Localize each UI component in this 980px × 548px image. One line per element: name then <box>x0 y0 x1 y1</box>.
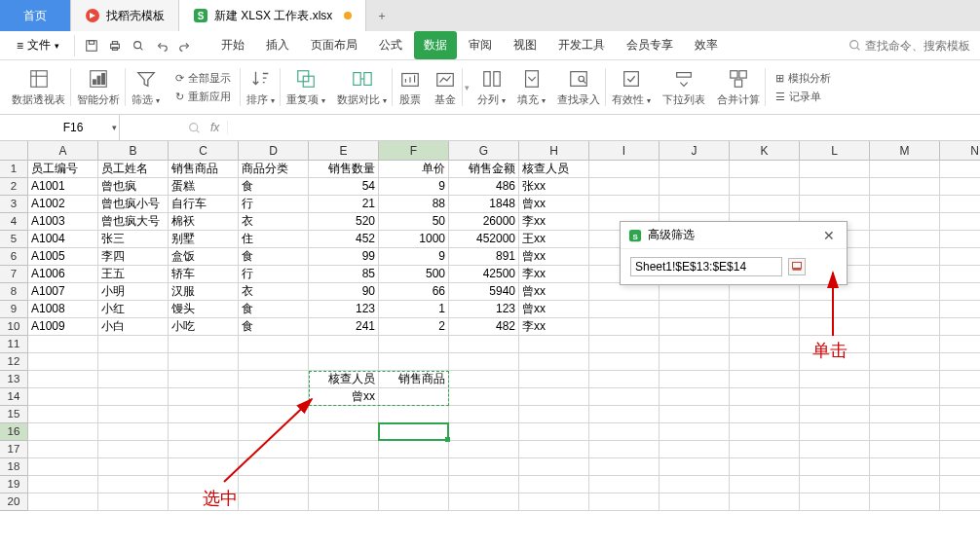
cell[interactable]: A1003 <box>28 213 98 231</box>
cell[interactable]: 馒头 <box>169 301 239 318</box>
cell[interactable] <box>940 248 980 266</box>
cell[interactable]: 员工姓名 <box>98 161 169 178</box>
cell[interactable] <box>800 441 870 458</box>
cell[interactable]: 食 <box>239 301 309 318</box>
cell[interactable]: 曾xx <box>519 301 589 318</box>
cell[interactable] <box>169 371 239 388</box>
menu-view[interactable]: 视图 <box>504 31 547 59</box>
cell[interactable]: 商品分类 <box>239 161 309 178</box>
cell[interactable] <box>870 353 940 371</box>
cell[interactable] <box>28 353 98 371</box>
row-header-18[interactable]: 18 <box>0 458 28 476</box>
cell[interactable] <box>309 423 379 441</box>
command-search-input[interactable] <box>865 39 972 53</box>
cell[interactable] <box>940 388 980 406</box>
col-header-G[interactable]: G <box>449 141 519 161</box>
ribbon-simulation[interactable]: ⊞模拟分析 <box>772 70 835 87</box>
cell[interactable] <box>239 476 309 493</box>
cell[interactable] <box>589 283 660 301</box>
cell[interactable] <box>379 458 449 476</box>
ribbon-lookup[interactable]: 查找录入 <box>551 60 606 114</box>
cell[interactable] <box>449 423 519 441</box>
cell[interactable] <box>589 371 660 388</box>
cell[interactable]: 5940 <box>449 283 519 301</box>
cell[interactable] <box>28 406 98 423</box>
cell[interactable]: 曾也疯大号 <box>98 213 169 231</box>
cell[interactable]: 小白 <box>98 318 169 336</box>
cell[interactable] <box>730 336 800 353</box>
cell[interactable] <box>379 493 449 511</box>
cell[interactable] <box>28 336 98 353</box>
cell[interactable] <box>309 441 379 458</box>
cell[interactable] <box>660 161 730 178</box>
cell[interactable]: 自行车 <box>169 196 239 213</box>
cell[interactable] <box>870 196 940 213</box>
cell[interactable] <box>98 336 169 353</box>
cell[interactable]: 54 <box>309 178 379 196</box>
row-header-4[interactable]: 4 <box>0 213 28 231</box>
col-header-H[interactable]: H <box>519 141 589 161</box>
cell[interactable]: 张xx <box>519 178 589 196</box>
row-header-8[interactable]: 8 <box>0 283 28 301</box>
cell[interactable] <box>940 266 980 283</box>
cell[interactable] <box>589 353 660 371</box>
cell[interactable]: A1004 <box>28 231 98 248</box>
cell[interactable]: 李xx <box>519 213 589 231</box>
ribbon-reapply[interactable]: ↻重新应用 <box>171 89 235 105</box>
cell-grid[interactable]: 员工编号员工姓名销售商品商品分类销售数量单价销售金额核查人员A1001曾也疯蛋糕… <box>28 161 980 511</box>
ribbon-compare[interactable]: 数据对比 ▾ <box>331 60 393 114</box>
cell[interactable] <box>169 353 239 371</box>
cell[interactable] <box>169 388 239 406</box>
cell[interactable] <box>589 388 660 406</box>
cell[interactable] <box>940 423 980 441</box>
cell[interactable] <box>730 476 800 493</box>
cell[interactable]: 21 <box>309 196 379 213</box>
cell[interactable]: 张三 <box>98 231 169 248</box>
advanced-filter-dialog[interactable]: S 高级筛选 ✕ <box>620 221 848 285</box>
cell[interactable] <box>800 371 870 388</box>
cell[interactable] <box>239 388 309 406</box>
cell[interactable]: 1 <box>379 301 449 318</box>
cell[interactable] <box>800 388 870 406</box>
cell[interactable]: A1002 <box>28 196 98 213</box>
cell[interactable]: 行 <box>239 196 309 213</box>
cell[interactable]: 核查人员 <box>519 161 589 178</box>
cell[interactable] <box>169 336 239 353</box>
cell[interactable] <box>660 283 730 301</box>
cell[interactable] <box>379 423 449 441</box>
row-header-14[interactable]: 14 <box>0 388 28 406</box>
cell[interactable]: 26000 <box>449 213 519 231</box>
cell[interactable]: 盒饭 <box>169 248 239 266</box>
cell[interactable] <box>169 493 239 511</box>
menu-insert[interactable]: 插入 <box>256 31 299 59</box>
cell[interactable] <box>379 336 449 353</box>
cell[interactable] <box>589 161 660 178</box>
cell[interactable]: 500 <box>379 266 449 283</box>
cell[interactable]: 王五 <box>98 266 169 283</box>
row-header-16[interactable]: 16 <box>0 423 28 441</box>
chevron-down-icon[interactable]: ▾ <box>112 123 117 132</box>
cell[interactable]: 241 <box>309 318 379 336</box>
cell[interactable] <box>660 406 730 423</box>
cell[interactable] <box>870 248 940 266</box>
cell[interactable]: 销售金额 <box>449 161 519 178</box>
cell[interactable] <box>660 388 730 406</box>
row-header-13[interactable]: 13 <box>0 371 28 388</box>
cell[interactable] <box>98 493 169 511</box>
cell[interactable]: A1001 <box>28 178 98 196</box>
cell[interactable] <box>28 388 98 406</box>
col-header-D[interactable]: D <box>239 141 309 161</box>
cell[interactable]: 1000 <box>379 231 449 248</box>
cell[interactable] <box>940 318 980 336</box>
cell[interactable] <box>870 458 940 476</box>
cell[interactable] <box>309 336 379 353</box>
cell[interactable] <box>730 441 800 458</box>
ribbon-dup[interactable]: 重复项 ▾ <box>281 60 331 114</box>
cell[interactable]: 50 <box>379 213 449 231</box>
dialog-close-button[interactable]: ✕ <box>819 228 839 243</box>
cell[interactable] <box>800 283 870 301</box>
cell[interactable] <box>870 178 940 196</box>
col-header-C[interactable]: C <box>169 141 239 161</box>
cell[interactable] <box>940 493 980 511</box>
cell[interactable] <box>660 301 730 318</box>
